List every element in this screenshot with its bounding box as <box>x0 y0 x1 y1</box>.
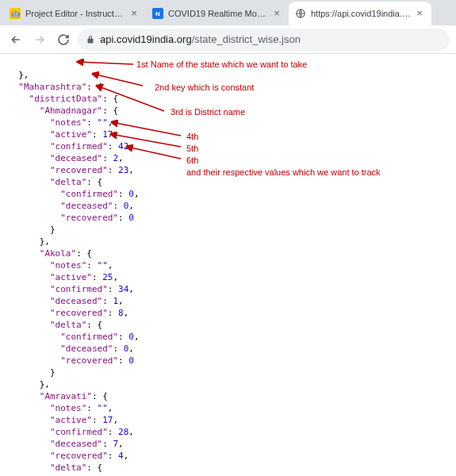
robot-icon: 🤖 <box>10 8 21 19</box>
lock-icon <box>86 35 95 44</box>
tab-title: https://api.covid19india.org/sta <box>311 9 411 18</box>
tab-title: COVID19 Realtime Monitoring <box>168 9 268 18</box>
svg-line-2 <box>93 74 143 86</box>
annotation-3: 3rd is District name <box>171 106 245 118</box>
close-icon[interactable]: × <box>414 8 425 19</box>
tab-1[interactable]: N COVID19 Realtime Monitoring × <box>146 2 289 25</box>
tab-0[interactable]: 🤖 Project Editor - Instructables × <box>3 2 146 25</box>
url-text: api.covid19india.org/state_district_wise… <box>100 33 301 45</box>
svg-line-6 <box>127 147 181 159</box>
forward-button[interactable] <box>30 30 49 49</box>
close-icon[interactable]: × <box>128 8 140 19</box>
back-button[interactable] <box>6 30 25 49</box>
tab-2[interactable]: https://api.covid19india.org/sta × <box>289 2 431 25</box>
address-bar[interactable]: api.covid19india.org/state_district_wise… <box>78 29 450 51</box>
toolbar: api.covid19india.org/state_district_wise… <box>0 25 456 54</box>
close-icon[interactable]: × <box>271 8 282 19</box>
svg-line-4 <box>112 122 181 136</box>
annotation-2: 2nd key which is constant <box>155 82 254 94</box>
annotation-6: 6th <box>186 155 198 167</box>
annotation-5: 5th <box>186 143 198 155</box>
tab-title: Project Editor - Instructables <box>25 9 125 18</box>
reload-button[interactable] <box>54 30 73 49</box>
annotation-7: and their respective values which we wan… <box>186 167 381 178</box>
globe-icon <box>295 8 306 19</box>
json-content: }, "Maharashtra": { "districtData": { "A… <box>0 54 456 476</box>
svg-line-1 <box>78 62 133 64</box>
site-icon: N <box>152 8 163 19</box>
svg-line-3 <box>97 86 164 111</box>
tab-bar: 🤖 Project Editor - Instructables × N COV… <box>0 0 456 25</box>
annotation-4: 4th <box>186 131 198 143</box>
annotation-1: 1st Name of the state which we want to t… <box>136 59 307 71</box>
